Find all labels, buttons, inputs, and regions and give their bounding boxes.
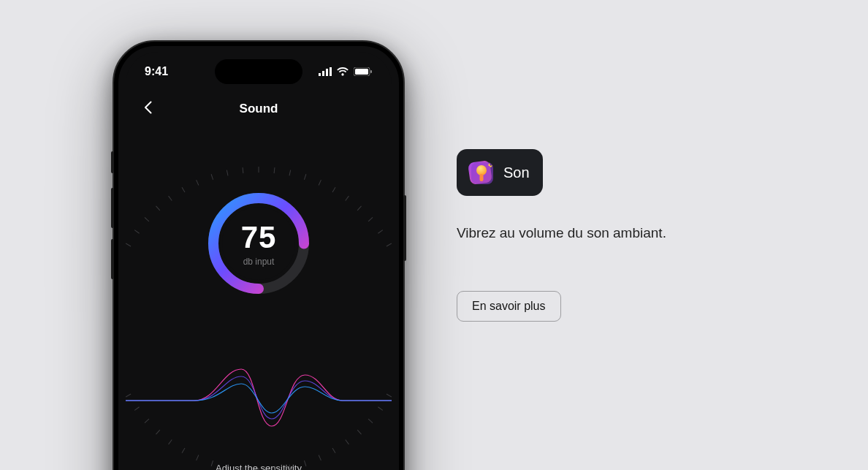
gauge-value: 75 [241,220,277,255]
microphone-icon [467,158,496,187]
phone-screen: 9:41 [126,52,392,470]
svg-rect-3 [330,67,332,76]
phone-side-button [403,195,406,261]
wifi-icon [336,67,349,76]
svg-rect-13 [480,174,484,181]
svg-rect-0 [319,73,321,76]
screen-header: Sound [126,91,392,126]
sound-gauge: 75 db input [126,148,392,338]
phone-frame: 9:41 [113,40,405,470]
phone-side-button [111,188,114,228]
status-indicators [319,67,373,76]
svg-rect-6 [370,70,372,73]
phone-side-button [111,239,114,279]
chevron-left-icon [144,101,152,118]
svg-rect-2 [326,69,328,76]
phone-side-button [111,151,114,173]
battery-icon [354,67,373,76]
waveform-svg [126,360,392,441]
svg-rect-5 [355,69,368,75]
gauge-center: 75 db input [241,220,277,267]
waveform [126,360,392,441]
screen-title: Sound [240,102,278,116]
back-button[interactable] [136,97,159,121]
feature-badge-label: Son [503,164,530,181]
feature-badge: Son [457,149,543,196]
svg-point-12 [476,165,487,175]
cellular-icon [319,67,332,76]
svg-rect-1 [322,71,324,76]
dynamic-island [215,59,302,84]
feature-description: Vibrez au volume du son ambiant. [457,225,666,241]
phone-mockup: 9:41 [113,40,405,470]
status-time: 9:41 [145,65,168,78]
learn-more-button[interactable]: En savoir plus [457,291,561,322]
gauge-unit-label: db input [241,257,277,267]
